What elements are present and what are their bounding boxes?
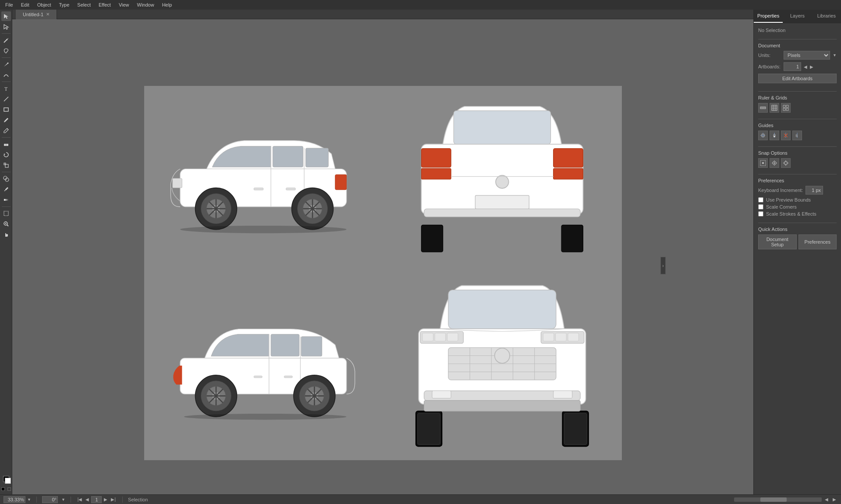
divider-1 <box>758 39 837 39</box>
menu-object[interactable]: Object <box>34 1 55 8</box>
snap-to-point-btn[interactable] <box>770 158 779 168</box>
menu-select[interactable]: Select <box>74 1 94 8</box>
svg-rect-8 <box>4 108 8 111</box>
artboards-input[interactable] <box>784 62 801 71</box>
menu-effect[interactable]: Effect <box>95 1 114 8</box>
tab-close-btn[interactable]: ✕ <box>46 12 50 17</box>
swap-colors[interactable] <box>1 487 5 491</box>
keyboard-increment-label: Keyboard Increment: <box>758 188 803 193</box>
svg-text:T: T <box>4 86 8 92</box>
paintbrush-tool[interactable] <box>1 115 11 125</box>
use-preview-bounds-checkbox[interactable] <box>758 197 763 202</box>
type-tool[interactable]: T <box>1 84 11 93</box>
artboard-first-btn[interactable]: |◀ <box>76 496 84 503</box>
shape-builder-tool[interactable] <box>1 174 11 184</box>
rulers-btn[interactable] <box>758 103 768 113</box>
zoom-input[interactable] <box>4 496 25 503</box>
snap-to-pixel-btn[interactable] <box>781 158 791 168</box>
svg-rect-27 <box>273 146 303 167</box>
lock-guides-btn[interactable] <box>770 131 779 140</box>
svg-point-142 <box>762 162 764 164</box>
tool-divider-2 <box>2 57 11 58</box>
menu-bar: File Edit Object Type Select Effect View… <box>0 0 841 10</box>
background-color[interactable] <box>5 478 11 484</box>
artboard-tool[interactable] <box>1 209 11 218</box>
rotate-tool[interactable] <box>1 150 11 160</box>
svg-point-5 <box>7 63 8 64</box>
eraser-tool[interactable] <box>1 139 11 149</box>
pen-tool[interactable] <box>1 60 11 69</box>
gradient-tool[interactable] <box>1 195 11 205</box>
scale-tool[interactable] <box>1 160 11 170</box>
document-setup-btn[interactable]: Document Setup <box>758 234 797 249</box>
menu-file[interactable]: File <box>2 1 17 8</box>
scroll-thumb[interactable] <box>760 497 787 502</box>
tab-layers[interactable]: Layers <box>783 10 812 23</box>
canvas-area: Untitled-1 ✕ <box>12 10 753 494</box>
smart-guides-btn[interactable]: S <box>792 131 802 140</box>
eyedropper-tool[interactable] <box>1 185 11 194</box>
scroll-track[interactable] <box>734 497 822 502</box>
zoom-dropdown-icon[interactable]: ▼ <box>27 497 31 502</box>
menu-type[interactable]: Type <box>56 1 73 8</box>
svg-point-107 <box>495 348 510 363</box>
artboards-prev-btn[interactable]: ◀ <box>804 64 807 69</box>
svg-rect-96 <box>543 333 554 341</box>
artboard-next-btn[interactable]: ▶ <box>103 496 109 503</box>
tab-properties[interactable]: Properties <box>754 10 783 23</box>
car-view-rear <box>383 86 622 267</box>
svg-rect-109 <box>432 391 451 398</box>
document-tab[interactable]: Untitled-1 ✕ <box>16 10 57 19</box>
clear-guides-btn[interactable] <box>781 131 791 140</box>
show-guides-btn[interactable] <box>758 131 768 140</box>
panel-collapse-btn[interactable]: › <box>660 257 666 274</box>
rotation-input[interactable] <box>42 496 58 503</box>
ruler-grids-section: Ruler & Grids <box>758 95 837 113</box>
preferences-btn[interactable]: Preferences <box>798 234 837 249</box>
tab-libraries[interactable]: Libraries <box>812 10 841 23</box>
artboards-next-btn[interactable]: ▶ <box>810 64 813 69</box>
svg-point-4 <box>6 39 7 40</box>
menu-view[interactable]: View <box>115 1 133 8</box>
divider-5 <box>758 174 837 174</box>
default-colors[interactable] <box>7 487 11 491</box>
scale-strokes-row: Scale Strokes & Effects <box>758 211 837 217</box>
svg-line-23 <box>7 225 8 226</box>
artboard-prev-btn[interactable]: ◀ <box>84 496 90 503</box>
menu-edit[interactable]: Edit <box>18 1 33 8</box>
pencil-tool[interactable] <box>1 126 11 135</box>
status-divider-1 <box>36 497 37 503</box>
snap-to-grid-btn[interactable] <box>758 158 768 168</box>
car-view-side-left <box>144 267 383 460</box>
scale-corners-checkbox[interactable] <box>758 204 763 209</box>
menu-help[interactable]: Help <box>159 1 176 8</box>
artboard-number-input[interactable] <box>91 496 102 503</box>
artboard-last-btn[interactable]: ▶| <box>110 496 117 503</box>
hand-tool[interactable] <box>1 230 11 239</box>
selection-tool[interactable] <box>1 11 11 21</box>
svg-rect-94 <box>447 333 458 341</box>
panel-tabs: Properties Layers Libraries <box>754 10 841 23</box>
magic-wand-tool[interactable] <box>1 35 11 45</box>
line-tool[interactable] <box>1 94 11 104</box>
edit-artboards-btn[interactable]: Edit Artboards <box>758 74 837 83</box>
scroll-right-btn[interactable]: ▶ <box>831 497 837 502</box>
current-tool-label: Selection <box>128 497 148 502</box>
zoom-tool[interactable] <box>1 219 11 229</box>
direct-select-tool[interactable] <box>1 22 11 32</box>
divider-6 <box>758 223 837 223</box>
scroll-left-btn[interactable]: ◀ <box>823 497 830 502</box>
units-dropdown-icon: ▼ <box>833 53 837 57</box>
preferences-header: Preferences <box>758 178 837 183</box>
menu-window[interactable]: Window <box>134 1 158 8</box>
lasso-tool[interactable] <box>1 46 11 56</box>
units-select[interactable]: Pixels Inches Centimeters <box>784 51 830 60</box>
keyboard-increment-input[interactable] <box>806 186 823 195</box>
grid-btn[interactable] <box>770 103 779 113</box>
curvature-tool[interactable] <box>1 70 11 80</box>
pixel-grid-btn[interactable] <box>781 103 791 113</box>
panel-content: No Selection Document Units: Pixels Inch… <box>754 23 841 494</box>
rotation-dropdown-icon[interactable]: ▼ <box>61 497 65 502</box>
rectangle-tool[interactable] <box>1 105 11 114</box>
scale-strokes-checkbox[interactable] <box>758 211 763 217</box>
